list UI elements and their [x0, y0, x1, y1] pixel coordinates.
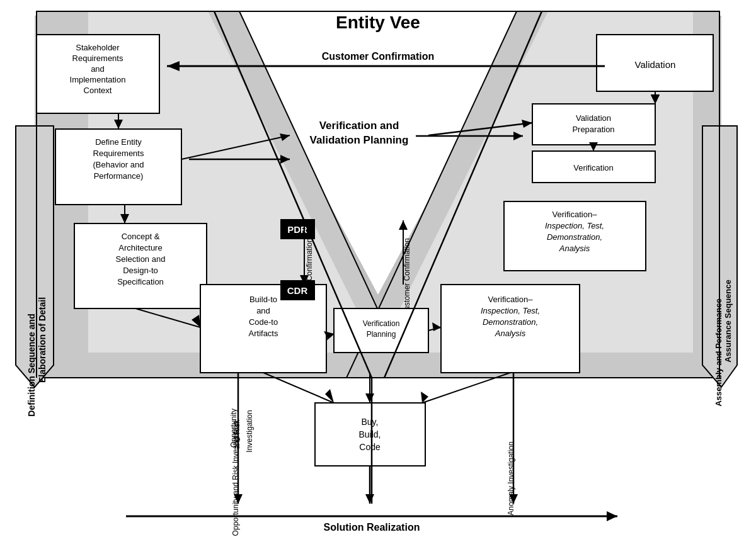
svg-text:Context: Context	[84, 86, 112, 95]
diagram-title: Entity Vee	[336, 13, 420, 32]
assembly-performance: Assembly and Performance	[714, 298, 723, 406]
svg-text:Elaboration of Detail: Elaboration of Detail	[37, 297, 47, 383]
svg-text:Demonstration,: Demonstration,	[547, 232, 602, 242]
svg-text:Assurance Sequence: Assurance Sequence	[723, 280, 733, 363]
svg-text:Selection and: Selection and	[116, 254, 166, 264]
validation-text: Validation	[635, 59, 676, 70]
customer-conf-right: Customer Confirmation	[403, 238, 411, 315]
svg-text:Analysis: Analysis	[495, 329, 526, 338]
svg-text:Code: Code	[359, 442, 381, 452]
svg-text:Requirements: Requirements	[72, 54, 123, 63]
validation-prep-text: Validation	[576, 113, 611, 123]
svg-text:Inspection, Test,: Inspection, Test,	[545, 221, 604, 230]
stakeholder-text: Stakeholder	[76, 43, 120, 52]
define-entity-text: Define Entity	[95, 137, 142, 147]
svg-text:Architecture: Architecture	[118, 243, 162, 252]
svg-marker-59	[365, 393, 374, 403]
verification-ita-lower-text: Verification–	[488, 295, 534, 304]
svg-text:Artifacts: Artifacts	[249, 329, 278, 338]
verification-upper-text: Verification	[573, 163, 614, 172]
svg-text:Specification: Specification	[117, 277, 164, 286]
solution-realization: Solution Realization	[324, 522, 420, 533]
svg-text:and: and	[256, 306, 270, 315]
cdr-text: CDR	[287, 285, 308, 296]
svg-text:Validation Planning: Validation Planning	[310, 134, 409, 146]
buy-build-text: Buy,	[362, 417, 379, 427]
svg-marker-89	[399, 220, 408, 230]
opportunity-risk-text3: Investigation	[245, 410, 254, 452]
svg-text:Planning: Planning	[367, 330, 396, 339]
svg-text:Build,: Build,	[358, 429, 381, 439]
svg-text:Implementation: Implementation	[70, 75, 126, 84]
svg-text:Requirements: Requirements	[93, 149, 144, 158]
svg-marker-65	[365, 494, 374, 504]
definition-sequence: Definition Sequence and	[26, 314, 37, 416]
svg-text:Design-to: Design-to	[123, 266, 158, 275]
customer-confirmation-top: Customer Confirmation	[322, 51, 435, 62]
svg-text:Preparation: Preparation	[572, 125, 614, 134]
concept-arch-text: Concept &	[122, 232, 160, 241]
vv-planning-text: Verification and	[319, 120, 399, 132]
verification-ita-upper-text: Verification–	[553, 210, 598, 219]
build-to-text: Build-to	[249, 295, 277, 304]
svg-text:(Behavior and: (Behavior and	[93, 160, 144, 169]
verification-planning-text: Verification	[363, 319, 400, 328]
svg-text:Analysis: Analysis	[559, 244, 590, 253]
svg-text:Performance): Performance)	[94, 171, 144, 181]
svg-text:and: and	[91, 64, 105, 74]
svg-text:Demonstration,: Demonstration,	[483, 317, 538, 327]
svg-marker-69	[607, 511, 617, 521]
entity-vee-diagram: Entity Vee Stakeholder Requirements and …	[0, 0, 756, 537]
svg-text:Inspection, Test,: Inspection, Test,	[481, 306, 540, 315]
svg-text:Code-to: Code-to	[249, 317, 278, 327]
